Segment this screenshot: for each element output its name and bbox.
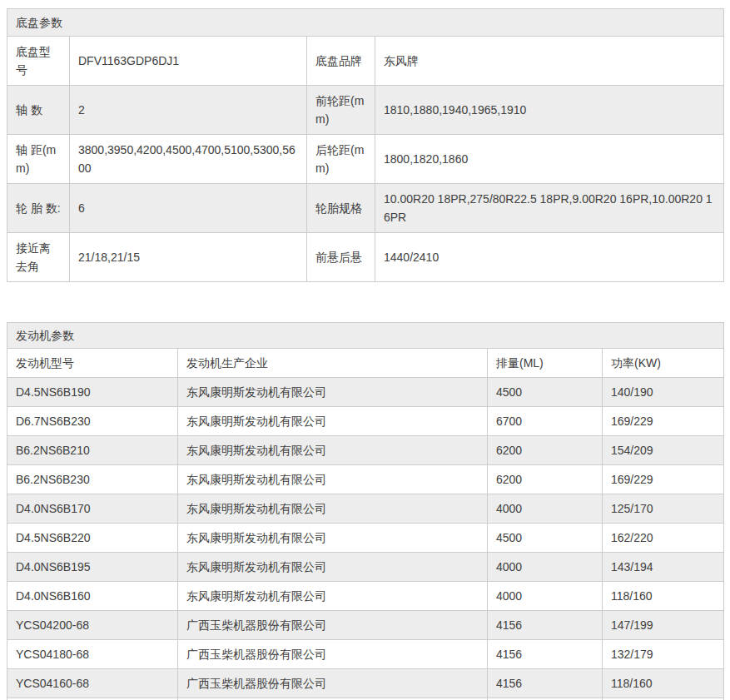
displacement-cell: 6200 — [488, 465, 603, 494]
manufacturer-cell: 东风康明斯发动机有限公司 — [178, 582, 488, 611]
power-cell: 143/194 — [603, 553, 724, 582]
power-cell: 154/209 — [603, 436, 724, 465]
param-label: 轮胎规格 — [307, 184, 375, 233]
engine-model-cell: D4.0NS6B170 — [7, 494, 178, 524]
chassis-parameters-table: 底盘参数 底盘型号 DFV1163GDP6DJ1 底盘品牌 东风牌 轴 数 2 … — [7, 8, 724, 282]
displacement-cell: 4000 — [488, 582, 603, 611]
displacement-cell: 4000 — [488, 494, 603, 524]
param-value: 6 — [70, 184, 307, 233]
manufacturer-cell: 东风康明斯发动机有限公司 — [178, 436, 488, 465]
param-value: 1440/2410 — [375, 233, 724, 282]
table-row: B6.2NS6B210 东风康明斯发动机有限公司 6200 154/209 — [7, 436, 724, 465]
table-row: D4.0NS6B160 东风康明斯发动机有限公司 4000 118/160 — [7, 582, 724, 611]
param-value: 21/18,21/15 — [70, 233, 307, 282]
param-label: 底盘品牌 — [307, 37, 375, 86]
manufacturer-cell: 广西玉柴机器股份有限公司 — [178, 611, 488, 640]
table-row: D4.5NS6B220 东风康明斯发动机有限公司 4500 162/220 — [7, 524, 724, 553]
table-row: YCS04160-68 广西玉柴机器股份有限公司 4156 118/160 — [7, 669, 724, 698]
power-cell: 118/160 — [603, 582, 724, 611]
power-cell: 118/160 — [603, 669, 724, 698]
engine-model-cell: D4.5NS6B220 — [7, 524, 178, 553]
manufacturer-cell: 广西玉柴机器股份有限公司 — [178, 640, 488, 669]
power-cell: 132/179 — [603, 640, 724, 669]
table-title-row: 发动机参数 — [7, 323, 724, 349]
manufacturer-cell: 东风康明斯发动机有限公司 — [178, 465, 488, 494]
param-label: 底盘型号 — [7, 37, 70, 86]
engine-model-cell: YCS04160-68 — [7, 669, 178, 698]
table-row: D4.0NS6B195 东风康明斯发动机有限公司 4000 143/194 — [7, 553, 724, 582]
manufacturer-cell: 东风康明斯发动机有限公司 — [178, 494, 488, 524]
param-label: 前轮距(mm) — [307, 86, 375, 135]
power-cell: 162/220 — [603, 524, 724, 553]
engine-model-cell: D4.0NS6B195 — [7, 553, 178, 582]
table-row: 轴 数 2 前轮距(mm) 1810,1880,1940,1965,1910 — [7, 86, 724, 135]
engine-parameters-table: 发动机参数 发动机型号 发动机生产企业 排量(ML) 功率(KW) D4.5NS… — [7, 322, 724, 700]
displacement-cell: 6200 — [488, 436, 603, 465]
param-label: 接近离去角 — [7, 233, 70, 282]
table-row: D4.0NS6B170 东风康明斯发动机有限公司 4000 125/170 — [7, 494, 724, 524]
table-row: D6.7NS6B230 东风康明斯发动机有限公司 6700 169/229 — [7, 407, 724, 436]
manufacturer-cell: 东风康明斯发动机有限公司 — [178, 378, 488, 407]
displacement-cell: 4156 — [488, 640, 603, 669]
engine-model-cell: D4.5NS6B190 — [7, 378, 178, 407]
displacement-cell: 4500 — [488, 524, 603, 553]
table-title-row: 底盘参数 — [7, 9, 724, 37]
manufacturer-cell: 东风康明斯发动机有限公司 — [178, 553, 488, 582]
power-cell: 169/229 — [603, 407, 724, 436]
engine-model-cell: YCS04200-68 — [7, 611, 178, 640]
engine-model-cell: B6.2NS6B210 — [7, 436, 178, 465]
manufacturer-cell: 东风康明斯发动机有限公司 — [178, 407, 488, 436]
param-value: 2 — [70, 86, 307, 135]
displacement-cell: 4500 — [488, 378, 603, 407]
engine-model-cell: YCS04180-68 — [7, 640, 178, 669]
engine-table-title: 发动机参数 — [7, 323, 724, 349]
displacement-cell: 4156 — [488, 669, 603, 698]
table-row: 底盘型号 DFV1163GDP6DJ1 底盘品牌 东风牌 — [7, 37, 724, 86]
param-label: 前悬后悬 — [307, 233, 375, 282]
table-row: B6.2NS6B230 东风康明斯发动机有限公司 6200 169/229 — [7, 465, 724, 494]
param-value: 10.00R20 18PR,275/80R22.5 18PR,9.00R20 1… — [375, 184, 724, 233]
power-cell: 125/170 — [603, 494, 724, 524]
table-row: YCS04180-68 广西玉柴机器股份有限公司 4156 132/179 — [7, 640, 724, 669]
param-label: 后轮距(mm) — [307, 135, 375, 184]
param-label: 轴 数 — [7, 86, 70, 135]
param-label: 轮 胎 数: — [7, 184, 70, 233]
displacement-cell: 4156 — [488, 611, 603, 640]
table-row: D4.5NS6B190 东风康明斯发动机有限公司 4500 140/190 — [7, 378, 724, 407]
power-cell: 169/229 — [603, 465, 724, 494]
engine-model-cell: D6.7NS6B230 — [7, 407, 178, 436]
table-row: 轮 胎 数: 6 轮胎规格 10.00R20 18PR,275/80R22.5 … — [7, 184, 724, 233]
param-value: 1800,1820,1860 — [375, 135, 724, 184]
manufacturer-cell: 东风康明斯发动机有限公司 — [178, 524, 488, 553]
engine-model-cell: D4.0NS6B160 — [7, 582, 178, 611]
column-header-displacement: 排量(ML) — [488, 349, 603, 378]
column-header-manufacturer: 发动机生产企业 — [178, 349, 488, 378]
param-value: 1810,1880,1940,1965,1910 — [375, 86, 724, 135]
param-label: 轴 距(mm) — [7, 135, 70, 184]
table-row: 轴 距(mm) 3800,3950,4200,4500,4700,5100,53… — [7, 135, 724, 184]
column-header-model: 发动机型号 — [7, 349, 178, 378]
engine-model-cell: B6.2NS6B230 — [7, 465, 178, 494]
param-value: 3800,3950,4200,4500,4700,5100,5300,5600 — [70, 135, 307, 184]
power-cell: 140/190 — [603, 378, 724, 407]
displacement-cell: 4000 — [488, 553, 603, 582]
displacement-cell: 6700 — [488, 407, 603, 436]
param-value: DFV1163GDP6DJ1 — [70, 37, 307, 86]
power-cell: 147/199 — [603, 611, 724, 640]
table-header-row: 发动机型号 发动机生产企业 排量(ML) 功率(KW) — [7, 349, 724, 378]
table-row: 接近离去角 21/18,21/15 前悬后悬 1440/2410 — [7, 233, 724, 282]
manufacturer-cell: 广西玉柴机器股份有限公司 — [178, 669, 488, 698]
spec-page: 底盘参数 底盘型号 DFV1163GDP6DJ1 底盘品牌 东风牌 轴 数 2 … — [0, 0, 730, 700]
chassis-table-title: 底盘参数 — [7, 9, 724, 37]
param-value: 东风牌 — [375, 37, 724, 86]
column-header-power: 功率(KW) — [603, 349, 724, 378]
table-row: YCS04200-68 广西玉柴机器股份有限公司 4156 147/199 — [7, 611, 724, 640]
